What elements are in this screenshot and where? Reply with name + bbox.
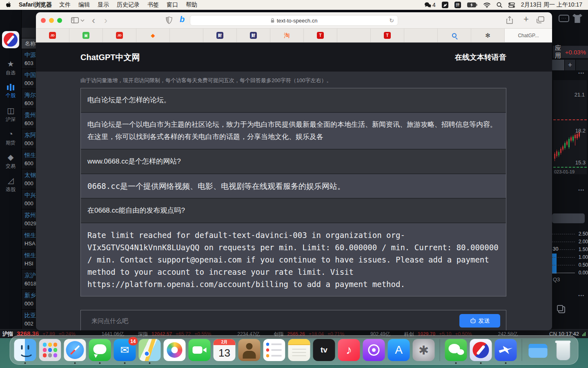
dock-item-podcasts[interactable] bbox=[363, 339, 385, 361]
app-tab-change: +0.03% bbox=[565, 49, 586, 56]
address-bar[interactable]: text-to-speech.cn ↻ bbox=[190, 15, 398, 26]
bar-chart-panel: 30 Q3 2.502.001.501.000.500.00 bbox=[552, 231, 588, 292]
tab-overview-icon[interactable] bbox=[537, 16, 544, 23]
favorite-tab[interactable] bbox=[170, 29, 203, 42]
menu-item[interactable]: 文件 bbox=[59, 1, 71, 9]
back-button[interactable]: ‹ bbox=[92, 16, 95, 25]
zoom-window-button[interactable] bbox=[57, 18, 62, 23]
dock-item-finder[interactable] bbox=[14, 339, 36, 361]
favorite-tab[interactable]: T bbox=[304, 29, 337, 42]
dock-item-settings[interactable]: ✱ bbox=[413, 339, 435, 361]
favorite-tab[interactable]: 财 bbox=[237, 29, 270, 42]
wifi-icon[interactable] bbox=[483, 2, 490, 8]
dock-item-appletv[interactable]: tv bbox=[313, 339, 335, 361]
favorite-tab[interactable]: ✻ bbox=[471, 29, 505, 42]
dock-item-appstore[interactable]: A bbox=[388, 339, 410, 361]
kline-upper-dashed-line bbox=[553, 119, 587, 120]
taobao-icon: 淘 bbox=[283, 32, 290, 39]
panel-more-icon[interactable] bbox=[579, 188, 585, 194]
new-tab-icon[interactable]: + bbox=[523, 14, 529, 25]
dock-item-photos[interactable] bbox=[164, 339, 186, 361]
dock-item-music[interactable]: ♪ bbox=[338, 339, 360, 361]
input-method-icon[interactable]: 拼 bbox=[454, 2, 461, 8]
notes-icon bbox=[288, 339, 310, 361]
favorite-tab[interactable] bbox=[404, 29, 438, 42]
menu-item[interactable]: 显示 bbox=[98, 1, 109, 9]
bird-app-menu-icon[interactable] bbox=[442, 2, 448, 8]
chevron-down-icon[interactable] bbox=[80, 19, 85, 22]
sidebar-toggle-icon[interactable] bbox=[71, 17, 79, 23]
favorite-tab[interactable] bbox=[438, 29, 471, 42]
app-tab[interactable]: 应用 +0.03% bbox=[553, 46, 588, 58]
panel-tab[interactable] bbox=[552, 60, 564, 70]
dock-item-safari[interactable] bbox=[64, 339, 86, 361]
menu-item[interactable]: 窗口 bbox=[167, 1, 178, 9]
privacy-shield-icon[interactable] bbox=[166, 16, 172, 24]
dock-item-notes[interactable] bbox=[288, 339, 310, 361]
favorite-tab[interactable]: 财 bbox=[203, 29, 237, 42]
menubar-datetime[interactable]: 2月13日 周一 上午10:17 bbox=[521, 1, 582, 9]
favorite-tab[interactable]: ▣ bbox=[69, 29, 103, 42]
nav-link-tts[interactable]: 在线文本转语音 bbox=[455, 52, 506, 62]
dock-item-launchpad[interactable] bbox=[39, 339, 61, 361]
forward-button[interactable]: › bbox=[104, 16, 107, 25]
dock-item-stocks-app[interactable] bbox=[470, 339, 492, 361]
favorite-tab[interactable] bbox=[337, 29, 371, 42]
sidebar-item-期货[interactable]: 期货 bbox=[0, 129, 21, 147]
dock-item-downloads[interactable] bbox=[527, 339, 549, 361]
share-icon[interactable] bbox=[506, 16, 513, 24]
control-center-icon[interactable] bbox=[508, 2, 515, 8]
close-window-button[interactable] bbox=[41, 18, 46, 23]
panel-more-icon[interactable] bbox=[579, 294, 585, 299]
site-title[interactable]: ChatGPT中文网 bbox=[80, 52, 140, 63]
apple-logo-icon[interactable] bbox=[6, 2, 11, 8]
dock-item-facetime[interactable] bbox=[189, 339, 211, 361]
dock-icon-glyph: ♪ bbox=[338, 339, 360, 361]
minimize-window-button[interactable] bbox=[49, 18, 54, 23]
send-button[interactable]: 发送 bbox=[459, 314, 500, 328]
dock-item-wechat[interactable] bbox=[445, 339, 467, 361]
dock-item-trash[interactable] bbox=[552, 339, 574, 361]
dock-item-messages[interactable] bbox=[89, 339, 111, 361]
sidebar-item-交易[interactable]: 交易 bbox=[0, 152, 21, 170]
bing-extension-icon[interactable]: b bbox=[180, 15, 185, 24]
comment-bubble-icon[interactable]: ··· bbox=[559, 15, 569, 22]
wechat-menu-icon[interactable]: 4 bbox=[424, 2, 436, 8]
battery-icon[interactable] bbox=[467, 2, 477, 7]
dock-item-maps[interactable] bbox=[139, 339, 161, 361]
favorite-tab[interactable]: 淘 bbox=[270, 29, 304, 42]
menu-item[interactable]: 书签 bbox=[147, 1, 159, 9]
menu-item[interactable]: 帮助 bbox=[186, 1, 197, 9]
board-chart-icon bbox=[7, 106, 14, 115]
favorite-tab[interactable]: T bbox=[371, 29, 404, 42]
menu-item[interactable]: 历史记录 bbox=[117, 1, 140, 9]
sidebar-item-选股[interactable]: 选股 bbox=[0, 175, 21, 193]
menu-item[interactable]: 编辑 bbox=[78, 1, 90, 9]
favorite-tab[interactable]: JD bbox=[36, 29, 69, 42]
stock-sidebar-nav: 自选个股沪深期货交易选股 bbox=[0, 59, 21, 193]
active-tab[interactable]: ChatGP... bbox=[505, 29, 552, 42]
sidebar-item-自选[interactable]: 自选 bbox=[0, 59, 21, 77]
dock-item-calendar[interactable]: 2月13 bbox=[214, 339, 236, 361]
spotlight-search-icon[interactable] bbox=[497, 2, 502, 8]
chat-input[interactable] bbox=[91, 317, 459, 325]
dock-icon-glyph: ✱ bbox=[413, 339, 435, 361]
stacked-pages-icon bbox=[557, 305, 563, 311]
chat-message-question: www.0668.cc是个怎样的网站? bbox=[81, 150, 506, 174]
dock-item-xunlei[interactable] bbox=[495, 339, 517, 361]
chat-message-answer: 0668.cc是一个提供网络视频、电影、电视剧等在线观看服务的娱乐网站。 bbox=[81, 174, 506, 199]
add-tab-icon[interactable] bbox=[564, 60, 576, 70]
favorite-tab[interactable]: ◆ bbox=[136, 29, 170, 42]
theme-shirt-icon[interactable] bbox=[572, 14, 582, 23]
reload-icon[interactable]: ↻ bbox=[389, 17, 394, 24]
dock-item-reminders[interactable] bbox=[263, 339, 285, 361]
dock-item-mail[interactable]: ✉14 bbox=[114, 339, 136, 361]
music-icon: ♪ bbox=[338, 339, 360, 361]
menubar-app-name[interactable]: Safari浏览器 bbox=[19, 1, 52, 9]
bar-chart-tick-label: 2.50 bbox=[579, 231, 588, 237]
panel-more-icon[interactable] bbox=[579, 71, 585, 77]
sidebar-item-个股[interactable]: 个股 bbox=[0, 82, 21, 100]
sidebar-item-沪深[interactable]: 沪深 bbox=[0, 105, 21, 123]
favorite-tab[interactable]: JD bbox=[103, 29, 136, 42]
dock-item-contacts[interactable] bbox=[238, 339, 261, 361]
